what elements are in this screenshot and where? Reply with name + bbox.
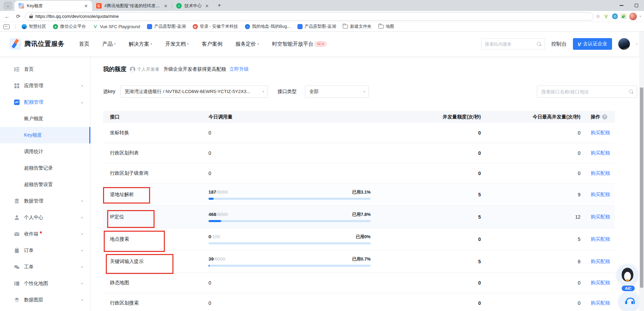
sidebar-item-inbox[interactable]: 收件箱 ▾	[0, 226, 90, 242]
bookmark-item[interactable]: ◔我的地盘-我的Bug...	[242, 23, 293, 31]
back-button[interactable]: ←	[3, 12, 12, 21]
minimize-icon	[620, 5, 623, 6]
tab-title: Key额度	[27, 3, 81, 9]
nav-item-cases[interactable]: 客户案例	[202, 41, 223, 47]
buy-quota-link[interactable]: 购买配额	[591, 130, 610, 135]
bookmark-item[interactable]: 智慧社区	[19, 23, 49, 31]
sidebar-item-app-management[interactable]: 应用管理 ▾	[0, 78, 90, 94]
browser-tab-csdn[interactable]: C #腾讯地图报"传递的经纬度不合法 ✕	[92, 1, 172, 11]
buy-quota-link[interactable]: 购买配额	[591, 300, 610, 306]
key-select[interactable]: 芜湖湾沚道德银行 / NVTBZ-LCD6W-6EWR5-YCTIZ-5Y2X3…	[120, 85, 268, 98]
address-bar-actions: ☆ V ⟲ 🧩 ˅	[596, 13, 641, 20]
sidebar-item-custom-map[interactable]: 个性化地图 ▾	[0, 275, 90, 292]
upgrade-now-link[interactable]: 立即升级	[229, 66, 249, 72]
url-field[interactable]: https://lbs.qq.com/dev/console/quota/min…	[25, 12, 594, 21]
extensions-puzzle-icon[interactable]: 🧩	[621, 13, 626, 19]
customer-service-widget[interactable]	[619, 291, 639, 311]
api-name: 行政区划搜索	[103, 300, 208, 306]
search-icon[interactable]	[537, 42, 541, 46]
chevron-down-icon[interactable]: ˅	[640, 15, 641, 18]
browser-tab-tech[interactable]: ⚡ 技术中心 ✕	[172, 1, 213, 11]
table-row: IP定位 4686000 已用7.8% 5 12 购买配额	[103, 206, 615, 228]
bookmark-item[interactable]: 产品原型图-蓝湖	[295, 23, 339, 31]
sidebar-item-work-orders[interactable]: 工单 ▾	[0, 259, 90, 275]
extension-sync-icon[interactable]: ⟲	[612, 13, 618, 19]
usage-percent-label: 已用7.8%	[352, 212, 371, 218]
buy-quota-link[interactable]: 购买配额	[591, 214, 610, 219]
bookmark-item[interactable]: VVue SFC Playground	[90, 23, 143, 30]
sidebar-item-data-layers[interactable]: 数据图层 ▾	[0, 292, 90, 308]
sidebar-item-home[interactable]: 首页	[0, 61, 90, 78]
window-minimize-button[interactable]	[614, 0, 629, 11]
page-scrollbar[interactable]	[639, 32, 644, 311]
verify-enterprise-button[interactable]: V 去认证企业	[573, 38, 612, 50]
tab-close-icon[interactable]: ✕	[83, 3, 89, 9]
tab-close-icon[interactable]: ✕	[204, 3, 210, 9]
ai-chat-badge[interactable]: AIC	[622, 286, 635, 291]
bookmark-item[interactable]: 产品原型图-蓝湖	[144, 23, 189, 31]
api-type-select[interactable]: 全部 ▾	[305, 85, 369, 98]
tab-list-chevron-button[interactable]: ⌄	[3, 1, 12, 10]
browser-profile-avatar[interactable]	[629, 13, 637, 20]
sidebar-item-account-quota[interactable]: 账户额度	[0, 111, 90, 127]
site-search-input[interactable]	[485, 42, 534, 47]
browser-tab-active[interactable]: Key额度 ✕	[14, 1, 92, 11]
console-link[interactable]: 控制台	[551, 41, 567, 47]
site-logo[interactable]: 腾讯位置服务	[10, 38, 65, 50]
tab-close-icon[interactable]: ✕	[163, 3, 168, 9]
bookmark-label: 产品原型图-蓝湖	[305, 24, 336, 30]
help-icon[interactable]: ?	[602, 114, 607, 119]
bookmark-item[interactable]: ✿登录 - 安徽千米科技	[190, 23, 241, 31]
bookmark-label: 智慧社区	[29, 24, 46, 30]
quota-count: 6000	[214, 256, 225, 262]
buy-quota-link[interactable]: 购买配额	[591, 258, 610, 264]
concurrency-quota-value: 0	[371, 237, 481, 242]
api-search-input[interactable]	[541, 89, 629, 94]
nav-item-solutions[interactable]: 解决方案▾	[129, 41, 152, 47]
used-count: 187	[208, 189, 216, 195]
buy-quota-link[interactable]: 购买配额	[591, 150, 610, 156]
bookmark-star-icon[interactable]: ☆	[596, 13, 600, 20]
reload-button[interactable]: ⟳	[14, 12, 23, 21]
sidebar-item-overage-alert-settings[interactable]: 超额告警设置	[0, 176, 90, 193]
column-header-concurrency-quota: 并发量额度(次/秒)	[371, 114, 481, 120]
user-avatar[interactable]	[618, 38, 630, 50]
sidebar-item-quota-management[interactable]: 配额管理 ▴	[0, 94, 90, 111]
quota-count: 6000	[216, 189, 228, 195]
sidebar-item-data-management[interactable]: 数据管理 ▾	[0, 193, 90, 209]
sidebar-item-call-statistics[interactable]: 调用统计	[0, 143, 90, 160]
api-type-value: 全部	[309, 89, 361, 95]
quota-count: 100	[211, 234, 220, 239]
search-icon[interactable]	[629, 90, 633, 94]
ai-assistant-widget[interactable]: AIC	[617, 264, 639, 291]
nav-item-pricing[interactable]: 服务定价▾	[236, 41, 259, 47]
buy-quota-link[interactable]: 购买配额	[591, 236, 610, 242]
penguin-mascot-icon[interactable]	[617, 264, 638, 285]
buy-quota-link[interactable]: 购买配额	[591, 192, 610, 197]
bookmark-item[interactable]: ●微信公众平台	[50, 23, 89, 31]
sidebar-item-overage-alert-records[interactable]: 超额告警记录	[0, 160, 90, 176]
nav-item-docs[interactable]: 开发文档▾	[165, 41, 189, 47]
window-maximize-button[interactable]	[629, 0, 644, 11]
scrollbar-thumb[interactable]	[640, 88, 643, 288]
chevron-down-icon[interactable]: ˅	[636, 42, 638, 46]
sidebar-item-key-quota[interactable]: Key额度	[0, 127, 90, 143]
api-search-box[interactable]	[537, 85, 637, 98]
bookmark-folder[interactable]: 新建文件夹	[340, 23, 374, 31]
site-search-box[interactable]	[481, 38, 545, 49]
max-concurrency-value: 0	[481, 300, 580, 306]
nav-item-spatiotemporal-platform[interactable]: 时空智能开放平台NEW	[272, 41, 327, 47]
bookmark-folder[interactable]: 地图	[376, 23, 397, 31]
new-tab-button[interactable]: ＋	[216, 1, 222, 9]
reading-list-icon[interactable]	[3, 24, 10, 29]
nav-item-home[interactable]: 首页	[79, 41, 89, 47]
table-row: 关键词输入提示 396000 已用0.7% 5 8 购买配额	[103, 251, 615, 273]
headset-icon[interactable]	[619, 291, 639, 311]
sidebar-item-personal-center[interactable]: 个人中心 ▾	[0, 209, 90, 226]
buy-quota-link[interactable]: 购买配额	[591, 280, 610, 285]
sidebar-item-orders[interactable]: 订单 ▾	[0, 242, 90, 259]
buy-quota-link[interactable]: 购买配额	[591, 170, 610, 176]
new-badge: NEW	[315, 42, 327, 47]
nav-item-products[interactable]: 产品▾	[102, 41, 116, 47]
extension-v-icon[interactable]: V	[603, 14, 609, 19]
